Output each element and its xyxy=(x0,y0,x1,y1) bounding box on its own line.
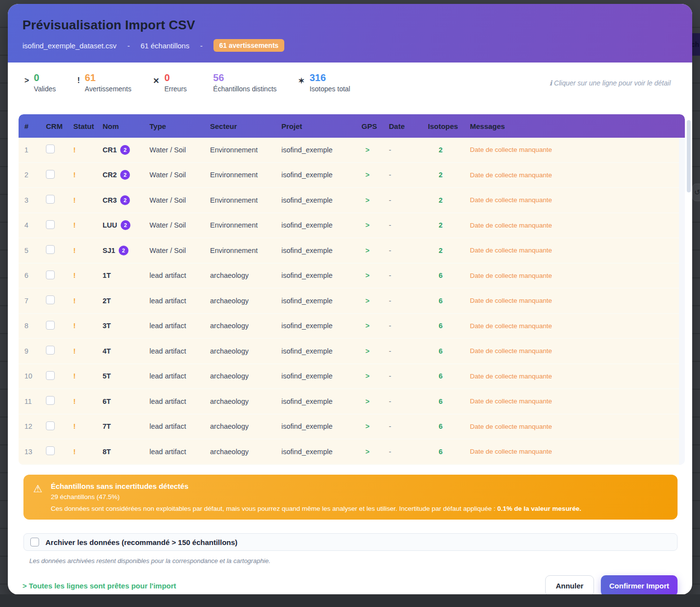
sample-project: isofind_exemple xyxy=(281,297,361,305)
table-row[interactable]: 6 ! 1T lead artifact archaeology isofind… xyxy=(19,264,679,289)
isotope-count: 6 xyxy=(428,422,470,430)
row-index: 2 xyxy=(24,171,46,179)
table-scrollbar-thumb[interactable] xyxy=(687,120,691,192)
col-sector: Secteur xyxy=(210,122,281,130)
uncertainty-warning-banner: ⚠ Échantillons sans incertitudes détecté… xyxy=(23,475,678,520)
gps-indicator: > xyxy=(361,297,389,305)
sample-name: SJ1 2 xyxy=(103,246,149,255)
crm-checkbox[interactable] xyxy=(46,321,55,330)
crm-checkbox[interactable] xyxy=(46,396,55,405)
sample-sector: archaeology xyxy=(210,398,281,405)
table-row[interactable]: 13 ! 8T lead artifact archaeology isofin… xyxy=(19,440,679,465)
table-row[interactable]: 10 ! 5T lead artifact archaeology isofin… xyxy=(19,364,679,390)
gps-indicator: > xyxy=(361,322,389,330)
crm-checkbox[interactable] xyxy=(46,446,55,455)
sample-sector: archaeology xyxy=(210,272,281,279)
gps-indicator: > xyxy=(361,146,389,154)
crm-checkbox[interactable] xyxy=(46,245,55,254)
stat-item: ✕ 0 Erreurs xyxy=(153,72,187,93)
sample-date: - xyxy=(389,297,428,305)
sample-date: - xyxy=(389,196,428,204)
stat-value: 316 xyxy=(310,72,350,83)
row-detail-hint: ℹ Cliquer sur une ligne pour voir le dét… xyxy=(550,79,671,87)
table-row[interactable]: 11 ! 6T lead artifact archaeology isofin… xyxy=(19,389,679,415)
gps-indicator: > xyxy=(361,196,389,204)
table-row[interactable]: 5 ! SJ1 2 Water / Soil Environnement iso… xyxy=(19,238,679,264)
status-warning-icon: ! xyxy=(73,146,103,154)
stat-icon: > xyxy=(24,76,29,85)
row-index: 10 xyxy=(24,372,46,380)
sample-sector: Environnement xyxy=(210,171,281,179)
stat-label: Échantillons distincts xyxy=(213,85,276,93)
sample-type: lead artifact xyxy=(149,272,210,279)
stat-value: 0 xyxy=(164,72,187,83)
archive-checkbox[interactable] xyxy=(30,538,39,546)
sample-sector: Environnement xyxy=(210,221,281,229)
stat-item: ✶ 316 Isotopes total xyxy=(298,72,350,93)
col-status: Statut xyxy=(73,122,103,130)
status-warning-icon: ! xyxy=(73,398,103,405)
crm-checkbox[interactable] xyxy=(46,295,55,304)
sample-date: - xyxy=(389,347,428,355)
table-row[interactable]: 7 ! 2T lead artifact archaeology isofind… xyxy=(19,289,679,314)
sample-type: Water / Soil xyxy=(149,146,210,154)
col-index: # xyxy=(24,122,46,130)
sample-name: 3T xyxy=(103,322,149,330)
table-row[interactable]: 1 ! CR1 2 Water / Soil Environnement iso… xyxy=(19,138,679,163)
stat-item: > 0 Valides xyxy=(24,72,56,93)
isotope-count: 2 xyxy=(428,171,470,179)
isotope-count: 6 xyxy=(428,347,470,355)
crm-checkbox[interactable] xyxy=(46,170,55,179)
crm-checkbox[interactable] xyxy=(46,145,55,153)
sample-name: 6T xyxy=(103,398,149,405)
confirm-import-button[interactable]: Confirmer Import xyxy=(601,575,678,595)
table-row[interactable]: 2 ! CR2 2 Water / Soil Environnement iso… xyxy=(19,163,679,188)
sample-project: isofind_exemple xyxy=(281,347,361,355)
status-warning-icon: ! xyxy=(73,171,103,179)
banner-description: Ces données sont considérées non exploit… xyxy=(51,505,668,512)
table-body: 1 ! CR1 2 Water / Soil Environnement iso… xyxy=(19,138,685,465)
isotope-count: 6 xyxy=(428,372,470,380)
sample-date: - xyxy=(389,322,428,330)
crm-checkbox[interactable] xyxy=(46,220,55,229)
sample-name: CR3 2 xyxy=(103,195,149,205)
page-title: Prévisualisation Import CSV xyxy=(22,18,678,33)
sample-project: isofind_exemple xyxy=(281,247,361,254)
sample-project: isofind_exemple xyxy=(281,422,361,430)
archive-note: Les données archivées restent disponible… xyxy=(29,557,692,565)
isotope-count: 2 xyxy=(428,196,470,204)
crm-checkbox[interactable] xyxy=(46,346,55,355)
sample-sector: archaeology xyxy=(210,448,281,456)
col-name: Nom xyxy=(103,122,149,130)
sample-project: isofind_exemple xyxy=(281,398,361,405)
sample-project: isofind_exemple xyxy=(281,221,361,229)
gps-indicator: > xyxy=(361,171,389,179)
row-message: Date de collecte manquante xyxy=(470,247,679,254)
crm-checkbox[interactable] xyxy=(46,195,55,204)
crm-checkbox[interactable] xyxy=(46,271,55,279)
row-message: Date de collecte manquante xyxy=(470,196,679,204)
sample-project: isofind_exemple xyxy=(281,171,361,179)
archive-option: Archiver les données (recommandé > 150 é… xyxy=(23,533,678,551)
gps-indicator: > xyxy=(361,221,389,229)
duplicate-count-badge: 2 xyxy=(120,145,130,155)
status-warning-icon: ! xyxy=(73,297,103,305)
crm-checkbox[interactable] xyxy=(46,371,55,380)
sample-type: lead artifact xyxy=(149,322,210,330)
crm-checkbox[interactable] xyxy=(46,421,55,430)
cancel-button[interactable]: Annuler xyxy=(545,575,594,595)
row-message: Date de collecte manquante xyxy=(470,347,679,355)
background-refresh-icon: ↺ xyxy=(692,184,700,201)
table-row[interactable]: 8 ! 3T lead artifact archaeology isofind… xyxy=(19,314,679,339)
isotope-count: 6 xyxy=(428,398,470,405)
row-index: 4 xyxy=(24,221,46,229)
col-date: Date xyxy=(389,122,428,130)
table-row[interactable]: 3 ! CR3 2 Water / Soil Environnement iso… xyxy=(19,188,679,213)
table-row[interactable]: 4 ! LUU 2 Water / Soil Environnement iso… xyxy=(19,213,679,239)
table-row[interactable]: 9 ! 4T lead artifact archaeology isofind… xyxy=(19,339,679,364)
row-message: Date de collecte manquante xyxy=(470,373,679,380)
sample-sector: archaeology xyxy=(210,297,281,305)
sample-sector: archaeology xyxy=(210,372,281,380)
sample-sector: Environnement xyxy=(210,146,281,154)
table-row[interactable]: 12 ! 7T lead artifact archaeology isofin… xyxy=(19,415,679,440)
